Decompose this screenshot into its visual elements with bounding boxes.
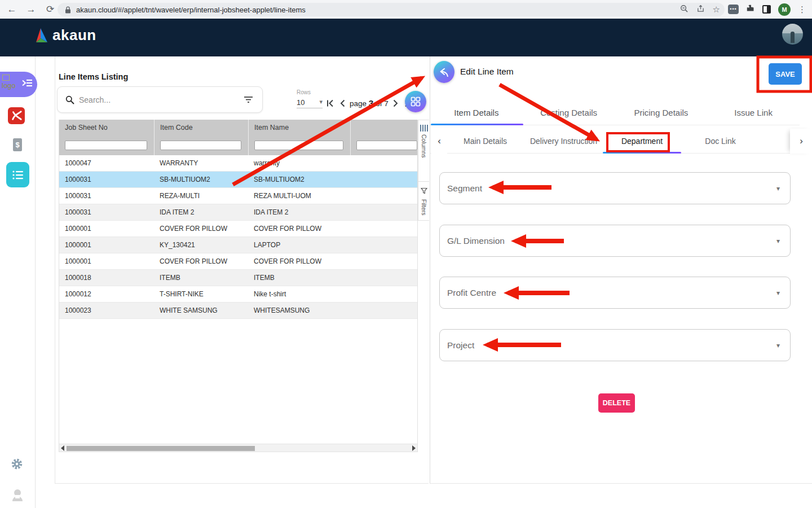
rows-per-page-select[interactable]: 10 ▾	[297, 98, 323, 108]
delete-button[interactable]: DELETE	[598, 393, 635, 413]
table-row[interactable]: 1000001 KY_130421 LAPTOP	[59, 237, 417, 253]
filter-input-item-name[interactable]	[254, 141, 343, 150]
segment-dropdown[interactable]: Segment ▾	[439, 172, 791, 204]
share-icon[interactable]	[696, 5, 705, 15]
caret-down-icon: ▾	[776, 237, 780, 245]
project-dropdown[interactable]: Project ▾	[439, 329, 791, 361]
bookmark-star-icon[interactable]: ☆	[713, 5, 720, 15]
zoom-out-icon[interactable]	[680, 5, 689, 15]
caret-down-icon: ▾	[776, 341, 780, 349]
cell-item-code: COVER FOR PILLOW	[154, 225, 248, 233]
scroll-right-arrow[interactable]	[412, 445, 416, 451]
browser-back-button[interactable]: ←	[5, 0, 19, 19]
akaun-logo[interactable]: akaun	[33, 27, 96, 44]
cell-item-code: REZA-MULTI	[154, 192, 248, 200]
application-window: ← → ⟳ akaun.cloud/#/applet/tnt/wavelet/e…	[0, 0, 812, 508]
scroll-left-arrow[interactable]	[61, 445, 64, 451]
columns-label: Columns	[421, 134, 427, 157]
profit-centre-dropdown[interactable]: Profit Centre ▾	[439, 277, 791, 309]
active-subtab-underline	[603, 152, 681, 154]
filter-input-job-sheet-no[interactable]	[65, 141, 147, 150]
browser-profile-avatar[interactable]: M	[778, 3, 791, 16]
funnel-icon	[421, 186, 427, 196]
gl-dimension-dropdown[interactable]: G/L Dimension ▾	[439, 225, 791, 257]
next-page-button[interactable]	[392, 99, 399, 108]
page-indicator: page 3 of 7	[350, 98, 389, 108]
cell-item-name: IDA ITEM 2	[248, 208, 350, 216]
column-header-item-code[interactable]: Item Code	[154, 120, 248, 135]
first-page-button[interactable]	[326, 99, 335, 108]
table-row[interactable]: 1000031 REZA-MULTI REZA MULTI-UOM	[59, 188, 417, 204]
browser-menu-icon[interactable]: ⋮	[798, 5, 806, 15]
line-items-listing-panel: Line Items Listing Rows 10 ▾ pa	[55, 56, 429, 484]
columns-side-tab[interactable]: Columns	[418, 120, 429, 182]
filter-list-icon[interactable]	[244, 96, 253, 103]
cell-item-name: REZA MULTI-UOM	[248, 192, 350, 200]
cell-job-sheet-no: 1000031	[59, 192, 154, 200]
subtab-doc-link[interactable]: Doc Link	[681, 129, 760, 154]
tab-item-details[interactable]: Item Details	[430, 100, 523, 125]
app-sidebar: logo $	[0, 56, 36, 508]
table-row[interactable]: 1000018 ITEMB ITEMB	[59, 270, 417, 286]
cell-item-name: COVER FOR PILLOW	[248, 225, 350, 233]
extensions-collection-icon[interactable]: •••	[728, 5, 739, 14]
current-page-number: 3	[369, 98, 374, 108]
filter-input-item-code[interactable]	[160, 141, 241, 150]
settings-gear-icon[interactable]	[10, 457, 24, 473]
cell-job-sheet-no: 1000001	[59, 241, 154, 249]
sidebar-line-items-button-active[interactable]	[6, 162, 29, 187]
scrollbar-thumb[interactable]	[67, 446, 255, 451]
sidebar-app-red-icon[interactable]	[8, 107, 25, 124]
sidebar-collapse-icon[interactable]	[21, 78, 33, 90]
subtabs-scroll-right[interactable]: ›	[790, 129, 812, 154]
side-panel-icon[interactable]	[762, 5, 771, 14]
profile-person-icon[interactable]	[11, 488, 24, 504]
broken-image-icon	[2, 75, 10, 81]
puzzle-extension-icon[interactable]	[746, 4, 755, 15]
caret-down-icon: ▾	[319, 98, 323, 107]
search-input[interactable]	[79, 95, 244, 104]
table-row[interactable]: 1000012 T-SHIRT-NIKE Nike t-shirt	[59, 286, 417, 303]
filters-side-tab[interactable]: Filters	[418, 181, 429, 221]
table-row[interactable]: 1000023 WHITE SAMSUNG WHITESAMSUNG	[59, 303, 417, 319]
address-bar[interactable]: akaun.cloud/#/applet/tnt/wavelet/erp/int…	[58, 3, 725, 16]
cell-item-name: Nike t-shirt	[248, 290, 350, 298]
horizontal-scrollbar[interactable]	[59, 444, 417, 452]
previous-page-button[interactable]	[339, 99, 346, 108]
table-row[interactable]: 1000031 IDA ITEM 2 IDA ITEM 2	[59, 204, 417, 221]
cell-item-name: WHITESAMSUNG	[248, 306, 350, 314]
table-row[interactable]: 1000047 WARRANTY warranty	[59, 155, 417, 172]
browser-reload-button[interactable]: ⟳	[43, 0, 58, 19]
cell-job-sheet-no: 1000031	[59, 176, 154, 183]
tab-costing-details[interactable]: Costing Details	[523, 100, 615, 125]
column-header-job-sheet-no[interactable]: Job Sheet No	[59, 120, 154, 135]
column-header-item-name[interactable]: Item Name	[248, 120, 350, 135]
filters-label: Filters	[421, 199, 427, 216]
filter-input-extra[interactable]	[356, 141, 417, 150]
column-header-extra[interactable]	[350, 120, 417, 135]
subtabs-scroll-left[interactable]: ‹	[431, 129, 447, 154]
table-row-selected[interactable]: 1000031 SB-MULTIUOM2 SB-MULTIUOM2	[59, 172, 417, 188]
sidebar-logo-pill[interactable]: logo	[0, 72, 37, 97]
total-pages-number: 7	[384, 99, 389, 108]
panel-title: Edit Line Item	[460, 67, 514, 77]
back-button[interactable]	[434, 61, 454, 83]
cell-job-sheet-no: 1000018	[59, 274, 154, 282]
table-row[interactable]: 1000001 COVER FOR PILLOW COVER FOR PILLO…	[59, 221, 417, 237]
subtab-delivery-instruction[interactable]: Delivery Instruction	[524, 129, 603, 154]
browser-forward-button[interactable]: →	[24, 0, 38, 19]
cell-item-name: COVER FOR PILLOW	[248, 257, 350, 265]
tab-pricing-details[interactable]: Pricing Details	[615, 100, 708, 125]
save-button[interactable]: SAVE	[769, 63, 802, 85]
subtab-delivery-truncated[interactable]: Deliv	[760, 129, 790, 154]
grid-view-button[interactable]	[405, 91, 426, 112]
subtab-department[interactable]: Department	[603, 129, 681, 154]
user-avatar[interactable]	[782, 24, 803, 45]
sidebar-invoice-icon[interactable]: $	[12, 137, 23, 155]
table-row[interactable]: 1000001 COVER FOR PILLOW COVER FOR PILLO…	[59, 253, 417, 270]
tab-issue-link[interactable]: Issue Link	[707, 100, 800, 125]
subtab-main-details[interactable]: Main Details	[446, 129, 524, 154]
search-box[interactable]	[57, 86, 263, 113]
profit-centre-label: Profit Centre	[447, 288, 496, 298]
rows-label: Rows	[297, 89, 326, 95]
